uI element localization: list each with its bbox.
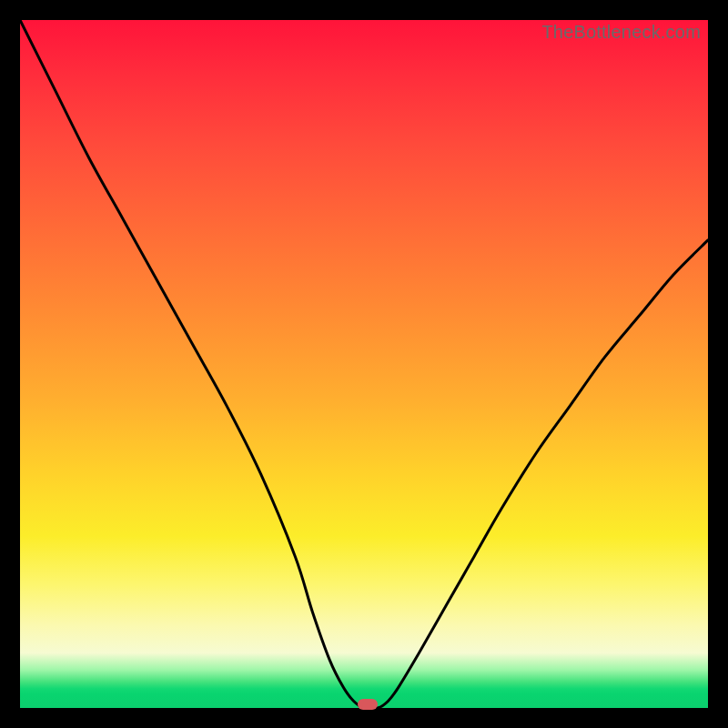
chart-frame: TheBottleneck.com [0, 0, 728, 728]
bottleneck-curve [20, 20, 708, 708]
plot-area: TheBottleneck.com [20, 20, 708, 708]
curve-path [20, 20, 708, 709]
optimal-point-marker [358, 699, 378, 710]
